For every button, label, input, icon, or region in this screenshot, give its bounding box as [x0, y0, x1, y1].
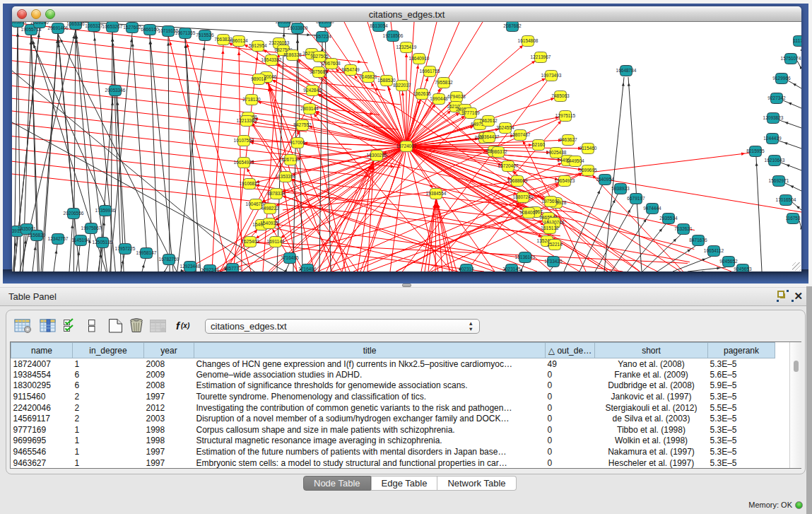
svg-text:1362615: 1362615 — [413, 91, 431, 96]
svg-text:1615132: 1615132 — [541, 226, 559, 230]
svg-text:10654112: 10654112 — [704, 248, 724, 253]
svg-text:16782759: 16782759 — [159, 257, 180, 262]
svg-text:17957225: 17957225 — [115, 246, 136, 251]
svg-text:8215955: 8215955 — [746, 148, 765, 153]
svg-text:1244419: 1244419 — [763, 136, 782, 141]
svg-text:15720407: 15720407 — [498, 163, 519, 168]
svg-text:9227342: 9227342 — [767, 95, 786, 100]
svg-text:8613054: 8613054 — [370, 23, 388, 28]
svg-text:12213369: 12213369 — [237, 118, 257, 123]
svg-text:9474444: 9474444 — [643, 206, 661, 211]
svg-text:18300295: 18300295 — [367, 153, 387, 158]
svg-text:12213967: 12213967 — [531, 54, 551, 59]
svg-text:20053346: 20053346 — [105, 88, 126, 93]
svg-text:2718120: 2718120 — [242, 97, 261, 102]
svg-text:10107552: 10107552 — [234, 138, 254, 143]
svg-text:2069140: 2069140 — [30, 22, 49, 25]
svg-text:19654923: 19654923 — [555, 178, 575, 183]
svg-text:9115460: 9115460 — [579, 146, 597, 151]
svg-text:3875685: 3875685 — [310, 69, 328, 74]
svg-text:16648784: 16648784 — [616, 68, 637, 73]
svg-text:18640910: 18640910 — [409, 56, 430, 61]
svg-text:20364437: 20364437 — [479, 134, 500, 139]
svg-text:7485063: 7485063 — [551, 93, 570, 98]
svg-text:9777169: 9777169 — [461, 110, 480, 115]
svg-text:18807249: 18807249 — [513, 194, 534, 199]
svg-text:9129966: 9129966 — [772, 76, 791, 81]
svg-text:1527602: 1527602 — [123, 25, 141, 30]
svg-text:10671355: 10671355 — [175, 30, 196, 35]
svg-text:1588520: 1588520 — [377, 78, 396, 83]
svg-text:1292344: 1292344 — [201, 267, 219, 271]
svg-text:19218506: 19218506 — [383, 33, 404, 38]
svg-text:1065327: 1065327 — [85, 23, 103, 28]
svg-text:11173: 11173 — [793, 38, 801, 43]
svg-text:8427552: 8427552 — [293, 122, 312, 127]
svg-text:19958147: 19958147 — [136, 250, 157, 255]
svg-text:10653267: 10653267 — [102, 24, 123, 29]
svg-text:2023145: 2023145 — [502, 267, 521, 271]
svg-text:15136141: 15136141 — [515, 255, 536, 259]
svg-text:5938923: 5938923 — [611, 186, 630, 191]
svg-text:8471676: 8471676 — [689, 238, 707, 243]
svg-text:9327505: 9327505 — [310, 54, 329, 59]
svg-text:10654925: 10654925 — [234, 160, 254, 165]
svg-text:1449504: 1449504 — [566, 158, 584, 163]
svg-text:10973493: 10973493 — [541, 73, 562, 78]
svg-text:1990448: 1990448 — [430, 96, 448, 101]
svg-text:7625402: 7625402 — [241, 239, 259, 244]
svg-text:6466160: 6466160 — [141, 27, 159, 32]
svg-text:12325419: 12325419 — [396, 45, 417, 49]
svg-text:9463627: 9463627 — [559, 137, 577, 142]
svg-text:11353394: 11353394 — [276, 174, 296, 179]
svg-text:12923448: 12923448 — [180, 264, 201, 269]
svg-text:1975692: 1975692 — [541, 199, 560, 204]
svg-text:3624554: 3624554 — [496, 125, 514, 130]
svg-text:9245652: 9245652 — [719, 259, 738, 264]
svg-text:(x): (x) — [181, 322, 190, 329]
svg-text:902314: 902314 — [459, 267, 474, 271]
svg-text:9857771: 9857771 — [223, 266, 242, 271]
svg-text:2935514: 2935514 — [659, 216, 678, 221]
svg-text:7515526: 7515526 — [196, 33, 214, 37]
svg-text:9084067: 9084067 — [519, 210, 538, 215]
svg-text:7462612: 7462612 — [479, 118, 498, 123]
svg-text:16154808: 16154808 — [518, 38, 539, 43]
svg-text:8322037: 8322037 — [393, 83, 411, 88]
svg-text:12342757: 12342757 — [48, 236, 69, 241]
svg-text:62160: 62160 — [532, 142, 545, 147]
svg-text:9146821: 9146821 — [359, 74, 377, 79]
svg-text:8454749: 8454749 — [341, 67, 360, 72]
svg-text:15751074: 15751074 — [781, 56, 801, 61]
svg-text:4498222: 4498222 — [261, 206, 279, 211]
svg-text:6794028: 6794028 — [447, 94, 466, 99]
svg-text:1733426: 1733426 — [544, 259, 563, 264]
svg-text:19384554: 19384554 — [426, 191, 447, 196]
svg-text:17359936: 17359936 — [95, 208, 116, 213]
svg-text:8186328: 8186328 — [283, 52, 302, 57]
svg-text:1640954: 1640954 — [596, 177, 614, 182]
svg-text:989014: 989014 — [251, 76, 266, 81]
svg-text:8267130: 8267130 — [281, 157, 300, 162]
svg-text:1065326: 1065326 — [66, 22, 85, 26]
svg-text:18724007: 18724007 — [396, 144, 417, 148]
svg-text:7986372: 7986372 — [489, 149, 507, 154]
svg-text:19975867: 19975867 — [81, 226, 102, 230]
svg-text:9242845: 9242845 — [303, 88, 322, 93]
svg-text:8613050: 8613050 — [316, 22, 334, 24]
svg-text:15692971: 15692971 — [769, 178, 789, 183]
svg-text:7357224: 7357224 — [313, 34, 331, 39]
svg-text:116753: 116753 — [785, 216, 801, 221]
svg-text:1145194: 1145194 — [72, 238, 90, 243]
svg-text:2803144: 2803144 — [300, 106, 319, 111]
svg-text:1691144: 1691144 — [267, 239, 285, 244]
svg-text:7955812: 7955812 — [435, 80, 453, 85]
svg-text:1603380: 1603380 — [275, 22, 293, 24]
svg-text:1156829: 1156829 — [28, 233, 46, 238]
svg-text:12505135: 12505135 — [93, 240, 113, 245]
svg-text:16033809: 16033809 — [288, 25, 308, 30]
svg-text:20206556: 20206556 — [64, 211, 84, 216]
svg-text:17016504: 17016504 — [776, 197, 796, 202]
svg-text:9245653: 9245653 — [734, 267, 752, 271]
svg-text:9699695: 9699695 — [579, 168, 597, 173]
